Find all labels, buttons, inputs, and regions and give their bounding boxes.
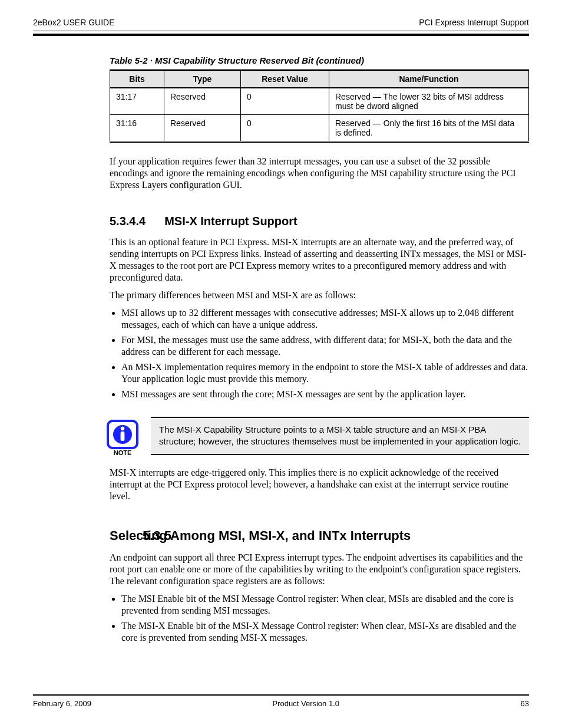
col-header-reset: Reset Value [241, 70, 329, 88]
col-header-type: Type [164, 70, 241, 88]
cell-name: Reserved — Only the first 16 bits of the… [329, 115, 529, 142]
list-item: An MSI-X implementation requires memory … [121, 361, 529, 385]
footer-center: Product Version 1.0 [273, 699, 339, 708]
table-caption: Table 5-2 · MSI Capability Structure Res… [110, 55, 529, 65]
svg-rect-3 [121, 431, 125, 441]
section-title: MSI-X Interrupt Support [164, 215, 297, 228]
list-item: The MSI-X Enable bit of the MSI-X Messag… [121, 620, 529, 644]
section-5-3-5: 5.3.5 Selecting Among MSI, MSI-X, and IN… [110, 528, 529, 543]
note-icon-label: NOTE [114, 449, 132, 456]
col-header-bits: Bits [110, 70, 164, 88]
list-item: For MSI, the messages must use the same … [121, 334, 529, 358]
header-rule-thick [33, 34, 529, 36]
header-row: 2eBox2 USER GUIDE PCI Express Interrupt … [33, 18, 529, 27]
footer-right: 63 [521, 699, 529, 708]
cell-reset: 0 [241, 88, 329, 115]
list-item: MSI messages are sent through the core; … [121, 388, 529, 400]
table-header-row: Bits Type Reset Value Name/Function [110, 70, 529, 88]
header-right: PCI Express Interrupt Support [419, 18, 529, 27]
cell-type: Reserved [164, 88, 241, 115]
header-left: 2eBox2 USER GUIDE [33, 18, 115, 27]
cell-bits: 31:17 [110, 88, 164, 115]
section-para-1: An endpoint can support all three PCI Ex… [110, 552, 529, 587]
section-5-3-4-4: 5.3.4.4 MSI-X Interrupt Support [110, 215, 529, 228]
note-icon: NOTE [106, 419, 139, 457]
header-rule-thin [33, 31, 529, 31]
footer-rule [33, 694, 529, 696]
table-row: 31:16 Reserved 0 Reserved — Only the fir… [110, 115, 529, 142]
section-5-3-4-4-body: This is an optional feature in PCI Expre… [110, 236, 529, 400]
note-text: The MSI-X Capability Structure points to… [151, 417, 529, 455]
page: { "header": { "left": "2eBox2 USER GUIDE… [0, 0, 562, 728]
section-5-3-5-body: An endpoint can support all three PCI Ex… [110, 552, 529, 644]
cell-name: Reserved — The lower 32 bits of MSI addr… [329, 88, 529, 115]
svg-point-2 [121, 427, 124, 430]
section-number: 5.3.4.4 [110, 215, 146, 228]
section-bullets: The MSI Enable bit of the MSI Message Co… [110, 593, 529, 644]
section-bullets: MSI allows up to 32 different messages w… [110, 307, 529, 400]
section-number: 5.3.5 [143, 528, 171, 543]
col-header-name: Name/Function [329, 70, 529, 88]
section-para-2: The primary differences between MSI and … [110, 289, 529, 301]
note-block: NOTE The MSI-X Capability Structure poin… [110, 417, 529, 455]
cell-type: Reserved [164, 115, 241, 142]
register-table: Bits Type Reset Value Name/Function 31:1… [110, 69, 529, 143]
list-item: The MSI Enable bit of the MSI Message Co… [121, 593, 529, 617]
cell-bits: 31:16 [110, 115, 164, 142]
cell-reset: 0 [241, 115, 329, 142]
page-header: 2eBox2 USER GUIDE PCI Express Interrupt … [33, 18, 529, 36]
table-row: 31:17 Reserved 0 Reserved — The lower 32… [110, 88, 529, 115]
para-after-note: MSI-X interrupts are edge-triggered only… [110, 467, 529, 502]
footer-row: February 6, 2009 Product Version 1.0 63 [33, 699, 529, 708]
page-footer: February 6, 2009 Product Version 1.0 63 [33, 694, 529, 708]
para-after-table: If your application requires fewer than … [110, 156, 529, 191]
list-item: MSI allows up to 32 different messages w… [121, 307, 529, 331]
section-para-1: This is an optional feature in PCI Expre… [110, 236, 529, 284]
content-area: Table 5-2 · MSI Capability Structure Res… [110, 55, 529, 647]
footer-left: February 6, 2009 [33, 699, 91, 708]
